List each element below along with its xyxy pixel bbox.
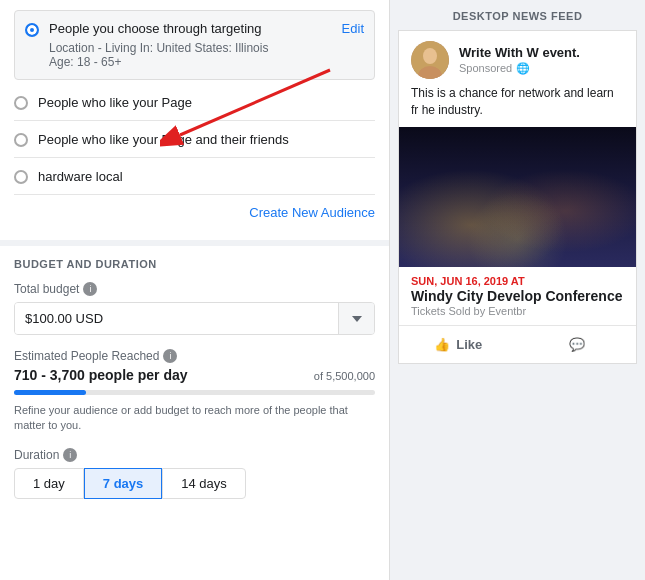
city-lights-visual xyxy=(399,127,636,267)
audience-option-hardware-local[interactable]: hardware local xyxy=(14,158,375,195)
event-sub: Tickets Sold by Eventbr xyxy=(411,305,624,317)
comment-icon: 💬 xyxy=(569,337,585,352)
card-meta: Write With W event. Sponsored 🌐 xyxy=(459,45,624,75)
audience-option-page-friends[interactable]: People who like your Page and their frie… xyxy=(14,121,375,158)
duration-label: Duration i xyxy=(14,448,375,462)
budget-input-row[interactable] xyxy=(14,302,375,335)
right-panel: DESKTOP NEWS FEED Write With W event. Sp… xyxy=(390,0,645,580)
reach-note: Refine your audience or add budget to re… xyxy=(14,403,375,434)
event-title: Windy City Develop Conference xyxy=(411,287,624,305)
like-label: Like xyxy=(456,337,482,352)
reach-total-value: of 5,500,000 xyxy=(314,370,375,382)
duration-1day-btn[interactable]: 1 day xyxy=(14,468,84,499)
targeting-age: Age: 18 - 65+ xyxy=(49,55,364,69)
avatar xyxy=(411,41,449,79)
duration-info-icon[interactable]: i xyxy=(63,448,77,462)
duration-buttons: 1 day 7 days 14 days xyxy=(14,468,375,499)
comment-button[interactable]: 💬 xyxy=(518,330,637,359)
event-info: SUN, JUN 16, 2019 AT Windy City Develop … xyxy=(399,267,636,325)
duration-14days-btn[interactable]: 14 days xyxy=(162,468,246,499)
budget-input-field[interactable] xyxy=(15,303,338,334)
desktop-feed-header: DESKTOP NEWS FEED xyxy=(390,0,645,30)
dropdown-arrow-icon xyxy=(352,316,362,322)
like-button[interactable]: 👍 Like xyxy=(399,330,518,359)
radio-targeting[interactable] xyxy=(25,23,39,37)
duration-7days-btn[interactable]: 7 days xyxy=(84,468,162,499)
audience-option-targeting[interactable]: People you choose through targeting Edit… xyxy=(14,10,375,80)
radio-page-friends[interactable] xyxy=(14,133,28,147)
edit-targeting-link[interactable]: Edit xyxy=(342,21,364,36)
card-sponsored: Sponsored 🌐 xyxy=(459,62,624,75)
estimated-reach-info-icon[interactable]: i xyxy=(163,349,177,363)
reach-bar xyxy=(14,390,375,395)
total-budget-label: Total budget i xyxy=(14,282,375,296)
audience-option-page-likes[interactable]: People who like your Page xyxy=(14,84,375,121)
globe-icon: 🌐 xyxy=(516,62,530,75)
budget-section-title: BUDGET AND DURATION xyxy=(14,258,375,270)
targeting-label: People you choose through targeting xyxy=(49,21,262,36)
page-friends-label: People who like your Page and their frie… xyxy=(38,132,289,147)
card-actions: 👍 Like 💬 xyxy=(399,325,636,363)
reach-bar-fill xyxy=(14,390,86,395)
left-panel: People you choose through targeting Edit… xyxy=(0,0,390,580)
card-image xyxy=(399,127,636,267)
targeting-location: Location - Living In: United States: Ill… xyxy=(49,41,364,55)
total-budget-info-icon[interactable]: i xyxy=(83,282,97,296)
card-name: Write With W event. xyxy=(459,45,624,62)
thumbs-up-icon: 👍 xyxy=(434,337,450,352)
radio-page-likes[interactable] xyxy=(14,96,28,110)
card-body-text: This is a chance for network and learn f… xyxy=(399,85,636,127)
avatar-image xyxy=(411,41,449,79)
page-likes-label: People who like your Page xyxy=(38,95,192,110)
create-new-audience-link[interactable]: Create New Audience xyxy=(14,195,375,230)
radio-hardware-local[interactable] xyxy=(14,170,28,184)
targeting-details: Location - Living In: United States: Ill… xyxy=(49,41,364,69)
svg-point-3 xyxy=(423,48,437,64)
estimated-reach-label: Estimated People Reached i xyxy=(14,349,375,363)
event-date: SUN, JUN 16, 2019 AT xyxy=(411,275,624,287)
budget-currency-dropdown[interactable] xyxy=(338,303,374,334)
audience-section: People you choose through targeting Edit… xyxy=(0,0,389,240)
budget-section: BUDGET AND DURATION Total budget i Estim… xyxy=(0,240,389,511)
feed-card: Write With W event. Sponsored 🌐 This is … xyxy=(398,30,637,364)
card-header: Write With W event. Sponsored 🌐 xyxy=(399,31,636,85)
hardware-local-label: hardware local xyxy=(38,169,123,184)
reach-range-value: 710 - 3,700 people per day xyxy=(14,367,188,383)
